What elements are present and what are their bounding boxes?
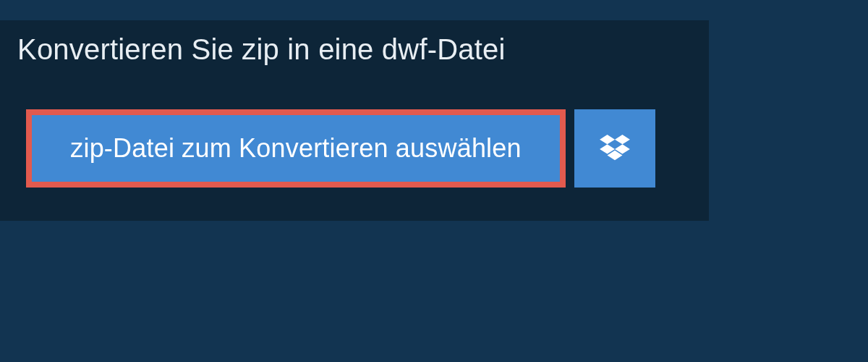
select-file-button-label: zip-Datei zum Konvertieren auswählen: [70, 133, 522, 164]
select-file-button[interactable]: zip-Datei zum Konvertieren auswählen: [26, 109, 566, 188]
button-row: zip-Datei zum Konvertieren auswählen: [0, 83, 709, 221]
dropbox-icon: [600, 135, 630, 162]
dropbox-button[interactable]: [574, 109, 655, 188]
heading-wrap: Konvertieren Sie zip in eine dwf-Datei: [0, 20, 532, 83]
converter-panel: Konvertieren Sie zip in eine dwf-Datei z…: [0, 20, 709, 221]
page-title: Konvertieren Sie zip in eine dwf-Datei: [17, 33, 506, 66]
